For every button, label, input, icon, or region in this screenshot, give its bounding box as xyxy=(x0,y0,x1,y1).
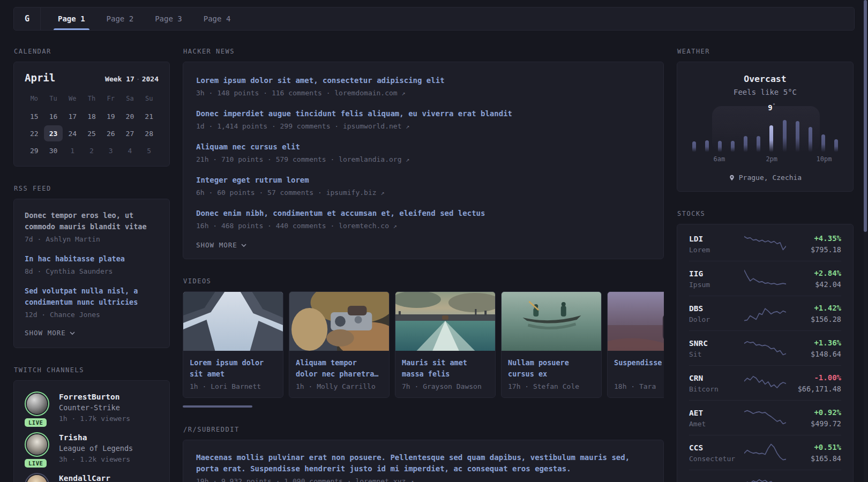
video-card-body: Mauris sit amet massa felis7h · Grayson … xyxy=(395,351,495,397)
calendar-weekday: Sa xyxy=(121,92,140,105)
weather-bar xyxy=(718,141,722,152)
calendar-widget-label: CALENDAR xyxy=(14,48,170,55)
calendar-weekday: Th xyxy=(82,92,101,105)
video-meta: 1h · Lori Barnett xyxy=(190,382,276,390)
video-title[interactable]: Mauris sit amet massa felis xyxy=(402,357,489,380)
rss-item-title[interactable]: Donec tempor eros leo, ut commodo mauris… xyxy=(25,210,159,232)
calendar-weekday: Mo xyxy=(25,92,44,105)
stock-values: +1.36%$148.64 xyxy=(786,337,841,359)
weather-bar xyxy=(731,141,735,152)
rss-show-more-button[interactable]: SHOW MORE xyxy=(25,329,159,337)
hacker-news-item-meta: 3h · 148 points · 116 comments · loremdo… xyxy=(196,88,650,99)
calendar-day: 29 xyxy=(25,142,44,159)
videos-carousel-scrollbar-thumb[interactable] xyxy=(183,405,252,408)
external-link-icon[interactable]: ↗ xyxy=(410,478,414,482)
rss-item: Donec tempor eros leo, ut commodo mauris… xyxy=(25,210,159,245)
calendar-day: 3 xyxy=(101,142,121,159)
weather-widget: WEATHER Overcast Feels like 5°C 9° 6am2p… xyxy=(677,48,854,192)
stock-row[interactable]: LDILorem+4.35%$795.18 xyxy=(689,227,841,261)
stock-row[interactable]: AHS+0.46% xyxy=(689,470,841,482)
stock-symbol: SNRC xyxy=(689,338,744,349)
stock-name: Dolor xyxy=(689,314,744,325)
stock-symbol: IIG xyxy=(689,268,744,280)
video-title[interactable]: Nullam posuere cursus ex xyxy=(508,357,595,380)
subreddit-post-title[interactable]: Maecenas mollis pulvinar erat non posuer… xyxy=(196,452,650,475)
rss-widget-label: RSS FEED xyxy=(14,185,170,192)
external-link-icon[interactable]: ↗ xyxy=(406,156,409,163)
twitch-channel-name[interactable]: Trisha xyxy=(59,432,133,443)
video-title[interactable]: Lorem ipsum dolor sit amet consectetu… xyxy=(190,357,276,380)
calendar-day: 21 xyxy=(139,108,159,124)
stock-symbol: CRN xyxy=(689,373,744,384)
stock-row[interactable]: DBSDolor+1.42%$156.28 xyxy=(689,296,841,330)
video-card[interactable]: Nullam posuere cursus ex17h · Stefan Col… xyxy=(501,291,602,398)
stock-price: $165.84 xyxy=(786,453,841,464)
calendar-weekday: Su xyxy=(139,92,159,105)
twitch-channel-row[interactable]: KendallCarr xyxy=(25,473,159,482)
app-logo[interactable]: G xyxy=(14,7,41,30)
stock-values: +2.84%$42.04 xyxy=(786,268,841,290)
calendar-day: 18 xyxy=(82,108,101,124)
nav-tab-page-4[interactable]: Page 4 xyxy=(196,7,238,30)
stock-row[interactable]: CCSConsectetur+0.51%$165.84 xyxy=(689,435,841,470)
twitch-channel-name[interactable]: ForrestBurton xyxy=(59,391,130,402)
twitch-channel-row[interactable]: LIVEForrestBurtonCounter-Strike1h · 1.7k… xyxy=(25,391,159,424)
video-card[interactable]: Mauris sit amet massa felis7h · Grayson … xyxy=(395,291,496,398)
stock-identity: CRNBitcorn xyxy=(689,373,744,394)
twitch-avatar-wrap: LIVE xyxy=(25,391,50,424)
hacker-news-item-title[interactable]: Donec imperdiet augue tincidunt felis al… xyxy=(196,108,650,119)
video-card[interactable]: Lorem ipsum dolor sit amet consectetu…1h… xyxy=(183,291,283,398)
rss-item-title[interactable]: Sed volutpat nulla nisl, a condimentum n… xyxy=(25,285,159,308)
stock-price: $148.64 xyxy=(786,349,841,359)
stock-sparkline-chart xyxy=(744,477,786,482)
video-title[interactable]: Aliquam tempor dolor nec pharetra… xyxy=(296,357,383,380)
stock-values: +0.51%$165.84 xyxy=(786,442,841,464)
stock-row[interactable]: SNRCSit+1.36%$148.64 xyxy=(689,330,841,365)
stock-row[interactable]: AETAmet+0.92%$499.72 xyxy=(689,400,841,435)
weather-hourly-chart: 9° xyxy=(691,110,839,152)
hacker-news-item-title[interactable]: Donec enim nibh, condimentum et accumsan… xyxy=(196,208,650,219)
stock-name: Sit xyxy=(689,349,744,359)
twitch-channel-name[interactable]: KendallCarr xyxy=(59,473,110,482)
external-link-icon[interactable]: ↗ xyxy=(393,222,397,230)
video-thumbnail-boat-wake-city-sea xyxy=(395,292,495,351)
stock-price: $66,171.48 xyxy=(786,383,841,394)
stock-identity: AETAmet xyxy=(689,408,744,429)
weather-card: Overcast Feels like 5°C 9° 6am2pm10pm Pr… xyxy=(677,62,854,192)
stock-row[interactable]: CRNBitcorn-1.00%$66,171.48 xyxy=(689,365,841,400)
calendar-widget: CALENDAR April Week 17·2024 MoTuWeThFrSa… xyxy=(13,48,170,167)
hacker-news-item-title[interactable]: Aliquam nec cursus elit xyxy=(196,141,650,153)
video-card[interactable]: Suspendisse diam18h · Tara xyxy=(607,291,664,398)
nav-tab-page-2[interactable]: Page 2 xyxy=(99,7,141,30)
hacker-news-item-title[interactable]: Integer eget rutrum lorem xyxy=(196,175,650,186)
videos-carousel: Lorem ipsum dolor sit amet consectetu…1h… xyxy=(183,291,664,398)
subreddit-post: Maecenas mollis pulvinar erat non posuer… xyxy=(196,452,650,482)
nav-tab-page-1[interactable]: Page 1 xyxy=(50,7,93,30)
stock-change: +0.92% xyxy=(786,407,841,418)
hacker-news-item: Donec enim nibh, condimentum et accumsan… xyxy=(196,208,650,231)
videos-carousel-scrollbar xyxy=(183,405,664,408)
stock-symbol: DBS xyxy=(689,303,744,314)
stocks-card: LDILorem+4.35%$795.18IIGIpsum+2.84%$42.0… xyxy=(677,224,854,482)
stock-identity: SNRCSit xyxy=(689,338,744,359)
stock-values: +0.92%$499.72 xyxy=(786,407,841,429)
stock-sparkline-chart xyxy=(744,442,786,464)
twitch-channel-row[interactable]: LIVETrishaLeague of Legends3h · 1.2k vie… xyxy=(25,432,159,464)
external-link-icon[interactable]: ↗ xyxy=(402,89,406,97)
external-link-icon[interactable]: ↗ xyxy=(406,123,409,130)
stock-row[interactable]: IIGIpsum+2.84%$42.04 xyxy=(689,261,841,296)
rss-item-title[interactable]: In hac habitasse platea xyxy=(25,253,159,265)
widget-grid: CALENDAR April Week 17·2024 MoTuWeThFrSa… xyxy=(13,48,855,482)
video-thumbnail-canoe-misty-lake xyxy=(502,292,601,351)
weather-bar xyxy=(705,140,709,152)
page-scrollbar-thumb[interactable] xyxy=(864,0,867,232)
hacker-news-item-title[interactable]: Lorem ipsum dolor sit amet, consectetur … xyxy=(196,75,650,86)
stock-symbol: AET xyxy=(689,408,744,419)
nav-tab-page-3[interactable]: Page 3 xyxy=(147,7,190,30)
hacker-news-show-more-button[interactable]: SHOW MORE xyxy=(196,241,650,249)
twitch-channel-info: ForrestBurtonCounter-Strike1h · 1.7k vie… xyxy=(59,391,130,424)
subreddit-post-meta: 19h · 9,932 points · 1,090 comments · lo… xyxy=(196,476,650,482)
video-card[interactable]: Aliquam tempor dolor nec pharetra…1h · M… xyxy=(289,291,390,398)
external-link-icon[interactable]: ↗ xyxy=(380,189,384,197)
video-title[interactable]: Suspendisse diam xyxy=(614,357,664,380)
